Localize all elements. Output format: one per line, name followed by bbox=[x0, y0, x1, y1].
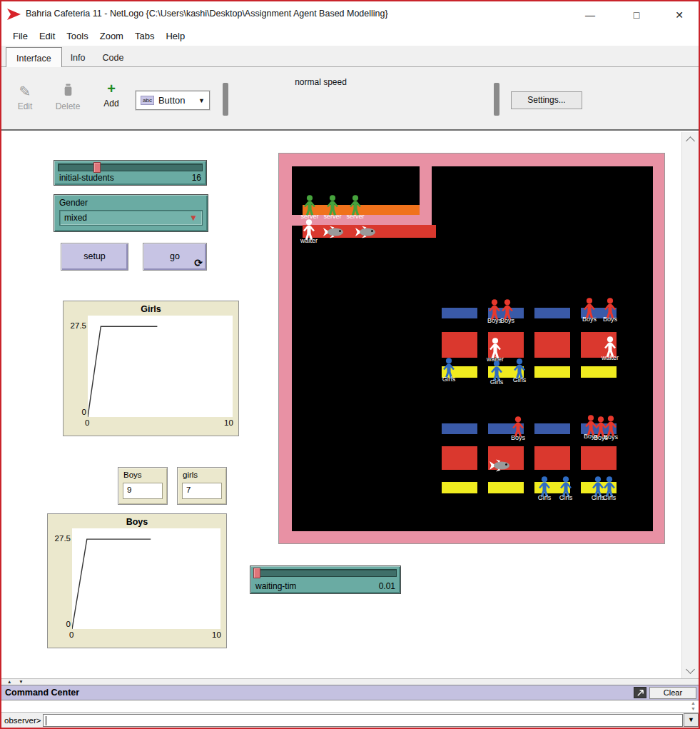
toolbar-separator bbox=[223, 83, 228, 116]
plot-x-min: 0 bbox=[85, 418, 89, 427]
agent-label: waiter bbox=[602, 354, 619, 361]
forever-icon: ⟳ bbox=[194, 258, 203, 268]
girl-agent: Girls bbox=[537, 476, 552, 498]
toolbar: ✎ Edit Delete + Add abc Button ▼ normal … bbox=[1, 67, 699, 131]
maximize-button[interactable]: □ bbox=[621, 6, 652, 24]
slider-track[interactable] bbox=[254, 569, 397, 577]
window-title: Bahria Cafeteria 11 - NetLogo {C:\Users\… bbox=[26, 9, 388, 19]
setup-button[interactable]: setup bbox=[61, 243, 128, 271]
menu-file[interactable]: File bbox=[7, 27, 34, 44]
toolbar-separator-2 bbox=[494, 83, 499, 116]
scroll-down-icon[interactable] bbox=[686, 665, 695, 674]
clear-button[interactable]: Clear bbox=[649, 687, 696, 699]
menu-edit[interactable]: Edit bbox=[34, 27, 61, 44]
gender-chooser[interactable]: Gender mixed ▼ bbox=[54, 194, 208, 232]
agent-label: Boys bbox=[500, 317, 514, 324]
plot-y-min: 0 bbox=[65, 408, 86, 416]
export-icon[interactable] bbox=[634, 687, 646, 698]
edit-tool[interactable]: ✎ Edit bbox=[11, 83, 39, 111]
trash-icon bbox=[51, 83, 84, 101]
monitor-girls: girls7 bbox=[177, 467, 227, 505]
scroll-up-icon[interactable] bbox=[686, 136, 695, 146]
plot-y-min: 0 bbox=[49, 620, 71, 628]
slider-track[interactable] bbox=[58, 164, 203, 171]
red-table bbox=[581, 446, 617, 470]
chooser-label: Gender bbox=[59, 198, 88, 208]
girl-agent: Girls bbox=[512, 358, 527, 380]
yellow-table bbox=[534, 366, 570, 378]
server-agent: server bbox=[302, 195, 318, 216]
command-output[interactable]: ▲▼ bbox=[1, 700, 699, 713]
command-center-header: Command Center Clear bbox=[1, 685, 699, 700]
plot-canvas bbox=[72, 528, 220, 629]
go-button[interactable]: go ⟳ bbox=[143, 243, 207, 271]
close-button[interactable]: ✕ bbox=[664, 6, 695, 24]
yellow-table bbox=[442, 482, 477, 493]
command-center-splitter[interactable]: ▲ ▼ bbox=[1, 678, 699, 685]
observer-row: observer> ▼ bbox=[1, 713, 699, 728]
boy-agent: Boys bbox=[499, 299, 515, 321]
monitor-value: 9 bbox=[123, 483, 163, 499]
slider-labels: waiting-tim0.01 bbox=[255, 581, 395, 591]
delete-tool[interactable]: Delete bbox=[51, 83, 84, 111]
boy-agent: Boys bbox=[582, 298, 597, 319]
slider-initial-students[interactable]: initial-students16 bbox=[54, 160, 207, 186]
slider-value: 16 bbox=[192, 173, 201, 183]
slider-waiting-tim[interactable]: waiting-tim0.01 bbox=[250, 565, 401, 594]
red-table bbox=[442, 332, 477, 358]
slider-labels: initial-students16 bbox=[59, 173, 201, 183]
output-scroll-arrows[interactable]: ▲▼ bbox=[691, 700, 696, 712]
speed-label: normal speed bbox=[248, 77, 394, 87]
slider-handle[interactable] bbox=[93, 162, 101, 173]
red-table bbox=[442, 446, 477, 470]
tab-code[interactable]: Code bbox=[94, 48, 133, 67]
menu-tabs[interactable]: Tabs bbox=[129, 27, 160, 44]
netlogo-icon bbox=[7, 8, 21, 21]
settings-button[interactable]: Settings... bbox=[511, 91, 582, 109]
add-tool[interactable]: + Add bbox=[97, 80, 126, 109]
agent-label: Girls bbox=[603, 494, 617, 501]
combo-arrow-icon: ▼ bbox=[198, 97, 205, 104]
vertical-scrollbar[interactable] bbox=[681, 132, 699, 678]
agent-label: server bbox=[346, 213, 364, 220]
boy-agent: Boys bbox=[602, 298, 618, 319]
title-bar: Bahria Cafeteria 11 - NetLogo {C:\Users\… bbox=[1, 1, 699, 27]
yellow-table bbox=[488, 482, 524, 493]
agent-label: Girls bbox=[442, 376, 456, 383]
plot-title: Boys bbox=[48, 517, 226, 527]
menu-zoom[interactable]: Zoom bbox=[94, 27, 129, 44]
agent-label: Boys bbox=[582, 316, 597, 323]
history-dropdown-icon[interactable]: ▼ bbox=[684, 713, 699, 727]
yellow-table bbox=[581, 366, 617, 378]
menu-bar: FileEditToolsZoomTabsHelp bbox=[1, 27, 699, 46]
agent-label: Boys bbox=[511, 434, 525, 441]
fish-icon bbox=[323, 226, 345, 241]
plot-x-min: 0 bbox=[69, 630, 73, 639]
slider-value: 0.01 bbox=[379, 581, 395, 591]
slider-handle[interactable] bbox=[253, 568, 260, 578]
agent-label: Boys bbox=[604, 433, 618, 441]
plot-canvas bbox=[88, 316, 233, 417]
widget-type-combo[interactable]: abc Button ▼ bbox=[136, 91, 210, 110]
monitor-label: girls bbox=[183, 471, 198, 479]
world-view[interactable]: server server server waiter Boys Boys Bo… bbox=[278, 153, 665, 544]
plus-icon: + bbox=[97, 80, 126, 99]
agent-label: Girls bbox=[513, 376, 527, 383]
blue-table bbox=[442, 423, 477, 434]
tab-info[interactable]: Info bbox=[62, 48, 94, 67]
pencil-icon: ✎ bbox=[11, 83, 39, 101]
menu-help[interactable]: Help bbox=[160, 27, 191, 44]
command-input[interactable] bbox=[43, 714, 683, 727]
slider-name: initial-students bbox=[59, 173, 114, 183]
text-caret bbox=[46, 716, 46, 725]
girl-agent: Girls bbox=[441, 358, 457, 379]
girl-agent: Girls bbox=[489, 361, 504, 382]
menu-tools[interactable]: Tools bbox=[61, 27, 93, 44]
plot-girls: Girls27.50010 bbox=[63, 301, 239, 436]
tab-interface[interactable]: Interface bbox=[6, 47, 62, 69]
minimize-button[interactable]: — bbox=[574, 6, 606, 24]
chooser-dropdown[interactable]: mixed ▼ bbox=[59, 210, 203, 226]
plot-title: Girls bbox=[64, 304, 238, 314]
monitor-value: 7 bbox=[182, 483, 222, 499]
boy-agent: Boys bbox=[603, 416, 619, 437]
